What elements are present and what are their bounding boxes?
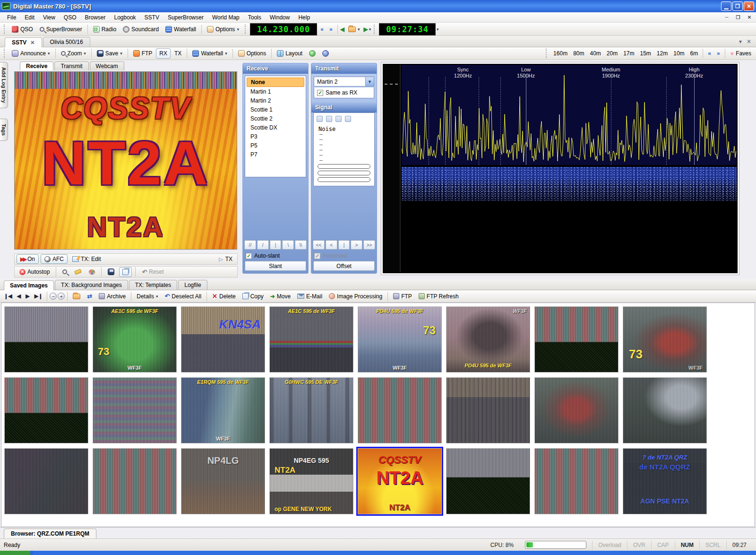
thumbnail[interactable]: AE1C 595 de WF3F [269, 306, 353, 373]
copy-button[interactable]: Copy [240, 292, 266, 301]
prev-macro-icon[interactable]: ◀ [340, 26, 344, 33]
menu-sstv[interactable]: SSTV [140, 13, 163, 22]
slant-right-button[interactable]: \ [282, 240, 294, 250]
band-12m[interactable]: 12m [654, 49, 670, 58]
offset-far-right-button[interactable]: >> [363, 240, 375, 250]
auto-slant-checkbox[interactable]: ✓ [246, 253, 252, 259]
band-17m[interactable]: 17m [621, 49, 636, 58]
menu-logbook[interactable]: Logbook [110, 13, 140, 22]
copy-image-button[interactable] [119, 267, 132, 277]
mode-scottie2[interactable]: Scottie 2 [247, 114, 304, 123]
globe-button[interactable] [306, 49, 318, 58]
menu-worldmap[interactable]: World Map [208, 13, 244, 22]
mode-scottie1[interactable]: Scottie 1 [247, 105, 304, 114]
tab-webcam[interactable]: Webcam [90, 61, 124, 70]
menu-tools[interactable]: Tools [244, 13, 266, 22]
ftp-upload-button[interactable]: FTP [390, 292, 415, 301]
tab-saved-images[interactable]: Saved Images [4, 280, 54, 290]
frequency-display[interactable]: 14.230.000 [250, 23, 317, 35]
chevron-down-icon[interactable]: ▼ [365, 77, 374, 86]
freq-forward-button[interactable]: » [327, 25, 335, 34]
signal-slider-1[interactable] [318, 164, 370, 169]
zoom-out-icon[interactable]: − [50, 293, 57, 300]
refresh-button[interactable]: ⇄ [84, 291, 95, 301]
tx-edit-button[interactable]: TX: Edit [69, 254, 104, 264]
waterfall-band[interactable] [402, 167, 737, 201]
palette-tool-button[interactable] [86, 268, 98, 276]
menu-file[interactable]: File [3, 13, 20, 22]
band-40m[interactable]: 40m [587, 49, 603, 58]
thumbnail[interactable]: E1RQM 595 de WF3FWF3F [181, 377, 265, 443]
signal-toggle-4[interactable] [345, 116, 351, 122]
help-button[interactable] [319, 49, 332, 58]
thumbnail[interactable] [623, 377, 707, 443]
windows-taskbar-sliver[interactable] [0, 551, 756, 555]
last-image-button[interactable]: ▶❙ [33, 292, 45, 300]
autostop-button[interactable]: ✕Autostop [17, 267, 52, 277]
save-button[interactable]: Save▾ [94, 49, 125, 58]
band-6m[interactable]: 6m [688, 49, 701, 58]
tab-transmit[interactable]: Transmit [54, 61, 88, 70]
afc-button[interactable]: AFC [41, 254, 68, 264]
band-back-button[interactable]: « [705, 49, 713, 58]
tab-tx-templates[interactable]: TX: Templates [129, 280, 177, 290]
mdi-minimize-icon[interactable]: ─ [723, 14, 730, 21]
waterfall-button[interactable]: Waterfall [163, 25, 199, 34]
layout-button[interactable]: Layout [274, 49, 305, 58]
thumbnail[interactable]: WF3FPD4U 595 de WF3F [446, 306, 530, 373]
tab-close-all-icon[interactable]: ✕ [747, 38, 751, 45]
mode-p5[interactable]: P5 [247, 141, 304, 150]
email-button[interactable]: E-Mail [294, 292, 325, 301]
band-15m[interactable]: 15m [638, 49, 653, 58]
reset-button[interactable]: ↶Reset [139, 267, 166, 277]
offset-far-left-button[interactable]: << [313, 240, 325, 250]
maximize-button[interactable]: ❐ [732, 1, 743, 11]
mode-p3[interactable]: P3 [247, 132, 304, 141]
mdi-close-icon[interactable]: ✕ [746, 14, 753, 21]
zoom-button[interactable]: Zoom▾ [58, 49, 89, 58]
thumbnail[interactable]: KN4SA [181, 306, 265, 373]
first-image-button[interactable]: ❙◀ [2, 292, 14, 300]
archive-button[interactable]: Archive [96, 292, 129, 301]
tab-sstv[interactable]: SSTV✕ [5, 37, 42, 47]
thumbnail[interactable]: ? de NT2A QRZde NT2A QQRZAGN PSE NT2A [623, 448, 707, 514]
superbrowser-button[interactable]: SuperBrowser [37, 25, 85, 34]
thumbnail-selected[interactable]: CQSSTVNT2ANT2A [358, 448, 442, 514]
slant-center-button[interactable]: | [270, 240, 282, 250]
tab-receive[interactable]: Receive [20, 61, 53, 70]
slant-hard-left-button[interactable]: // [244, 240, 256, 250]
mode-martin1[interactable]: Martin 1 [247, 87, 304, 96]
received-sstv-image[interactable]: CQSSTV NT2A NT2A [14, 71, 237, 250]
tx-toggle[interactable]: TX [172, 49, 184, 58]
thumbnail[interactable]: NP4EG 595NT2Aop GENE NEW YORK [269, 448, 353, 514]
mode-p7[interactable]: P7 [247, 150, 304, 159]
band-160m[interactable]: 160m [551, 49, 570, 58]
offset-button[interactable]: Offset [313, 261, 375, 271]
menu-view[interactable]: View [39, 13, 60, 22]
thumbnail[interactable]: G0HWC 595 DE WF3F [269, 377, 353, 443]
signal-toggle-3[interactable] [335, 116, 342, 122]
reserved-checkbox[interactable]: ✓ [314, 253, 320, 259]
mode-martin2[interactable]: Martin 2 [247, 96, 304, 105]
thumbnail[interactable] [534, 377, 619, 443]
mode-none[interactable]: None [247, 78, 304, 87]
tab-tx-background-images[interactable]: TX: Background Images [55, 280, 128, 290]
announce-button[interactable]: Announce▾ [9, 49, 53, 58]
faves-button[interactable]: ♥Faves [728, 49, 754, 59]
mode-scottiedx[interactable]: Scottie DX [247, 123, 304, 132]
menu-edit[interactable]: Edit [20, 13, 39, 22]
tags-tab[interactable]: Tags [0, 119, 8, 141]
ftp-refresh-button[interactable]: FTP Refresh [416, 292, 462, 301]
band-20m[interactable]: 20m [604, 49, 620, 58]
folder-button[interactable]: ▾ [345, 25, 363, 34]
thumbnail[interactable] [446, 377, 530, 443]
menu-browser[interactable]: Browser [81, 13, 110, 22]
thumbnail[interactable] [93, 448, 177, 514]
ftp-button[interactable]: FTP [130, 49, 155, 58]
band-10m[interactable]: 10m [671, 49, 687, 58]
thumbnail[interactable]: 73WF3F [623, 306, 707, 373]
offset-center-button[interactable]: | [338, 240, 350, 250]
move-button[interactable]: ➜Move [267, 292, 293, 301]
waterfall-toggle-button[interactable]: Waterfall▾ [189, 49, 230, 58]
thumbnail[interactable] [4, 377, 88, 443]
